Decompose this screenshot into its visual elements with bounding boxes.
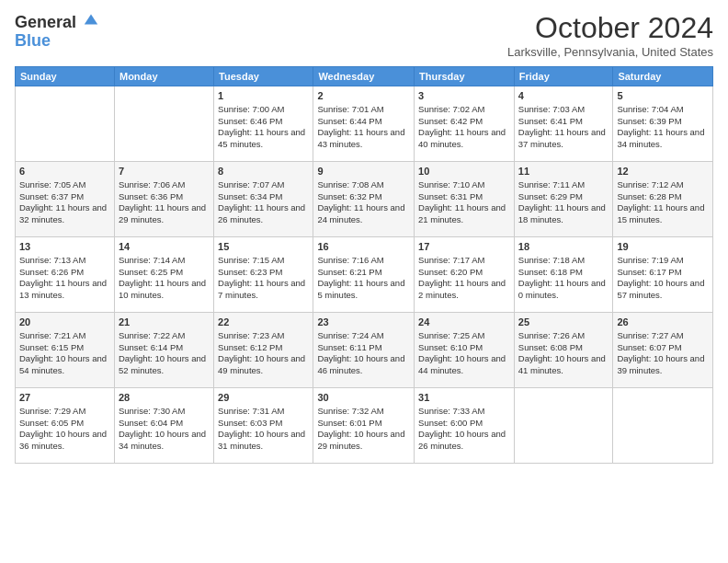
calendar-cell: [16, 86, 115, 162]
day-number: 10: [418, 165, 510, 178]
col-friday: Friday: [514, 67, 613, 86]
day-number: 17: [418, 240, 510, 254]
title-block: October 2024 Larksville, Pennsylvania, U…: [507, 11, 713, 59]
calendar-table: Sunday Monday Tuesday Wednesday Thursday…: [15, 66, 713, 464]
calendar-cell: 1Sunrise: 7:00 AM Sunset: 6:46 PM Daylig…: [214, 86, 313, 162]
calendar-cell: 14Sunrise: 7:14 AM Sunset: 6:25 PM Dayli…: [114, 237, 213, 313]
day-number: 24: [418, 316, 510, 329]
day-number: 29: [218, 391, 309, 405]
day-number: 2: [317, 89, 410, 103]
day-info: Sunrise: 7:18 AM Sunset: 6:18 PM Dayligh…: [518, 255, 609, 302]
day-number: 5: [617, 89, 709, 103]
day-number: 19: [617, 240, 709, 254]
calendar-cell: 7Sunrise: 7:06 AM Sunset: 6:36 PM Daylig…: [114, 162, 213, 237]
logo-icon: [83, 11, 99, 28]
day-info: Sunrise: 7:07 AM Sunset: 6:34 PM Dayligh…: [218, 179, 309, 226]
calendar-cell: 29Sunrise: 7:31 AM Sunset: 6:03 PM Dayli…: [214, 388, 313, 464]
day-info: Sunrise: 7:32 AM Sunset: 6:01 PM Dayligh…: [317, 406, 410, 453]
day-number: 22: [218, 316, 309, 329]
calendar-cell: [613, 388, 713, 464]
day-info: Sunrise: 7:31 AM Sunset: 6:03 PM Dayligh…: [218, 406, 309, 453]
day-number: 15: [218, 240, 309, 254]
day-info: Sunrise: 7:21 AM Sunset: 6:15 PM Dayligh…: [19, 330, 110, 377]
calendar-body: 1Sunrise: 7:00 AM Sunset: 6:46 PM Daylig…: [16, 86, 713, 464]
calendar-cell: 5Sunrise: 7:04 AM Sunset: 6:39 PM Daylig…: [613, 86, 713, 162]
day-number: 26: [617, 316, 709, 329]
day-number: 31: [418, 391, 510, 405]
day-info: Sunrise: 7:08 AM Sunset: 6:32 PM Dayligh…: [317, 179, 410, 226]
calendar-cell: 6Sunrise: 7:05 AM Sunset: 6:37 PM Daylig…: [16, 162, 115, 237]
calendar-cell: [114, 86, 213, 162]
day-info: Sunrise: 7:05 AM Sunset: 6:37 PM Dayligh…: [19, 179, 110, 226]
calendar-cell: 20Sunrise: 7:21 AM Sunset: 6:15 PM Dayli…: [16, 313, 115, 388]
day-number: 28: [119, 391, 210, 405]
day-info: Sunrise: 7:25 AM Sunset: 6:10 PM Dayligh…: [418, 330, 510, 377]
day-number: 11: [518, 165, 609, 178]
col-saturday: Saturday: [613, 67, 713, 86]
col-sunday: Sunday: [16, 67, 115, 86]
calendar-week-row: 6Sunrise: 7:05 AM Sunset: 6:37 PM Daylig…: [16, 162, 713, 237]
day-info: Sunrise: 7:30 AM Sunset: 6:04 PM Dayligh…: [119, 406, 210, 453]
day-info: Sunrise: 7:12 AM Sunset: 6:28 PM Dayligh…: [617, 179, 709, 226]
day-info: Sunrise: 7:14 AM Sunset: 6:25 PM Dayligh…: [119, 255, 210, 302]
day-info: Sunrise: 7:00 AM Sunset: 6:46 PM Dayligh…: [218, 104, 309, 151]
calendar-cell: 23Sunrise: 7:24 AM Sunset: 6:11 PM Dayli…: [313, 313, 415, 388]
day-number: 7: [119, 165, 210, 178]
day-info: Sunrise: 7:13 AM Sunset: 6:26 PM Dayligh…: [19, 255, 110, 302]
calendar-week-row: 27Sunrise: 7:29 AM Sunset: 6:05 PM Dayli…: [16, 388, 713, 464]
location: Larksville, Pennsylvania, United States: [507, 45, 713, 59]
calendar-cell: 21Sunrise: 7:22 AM Sunset: 6:14 PM Dayli…: [114, 313, 213, 388]
day-info: Sunrise: 7:33 AM Sunset: 6:00 PM Dayligh…: [418, 406, 510, 453]
day-number: 25: [518, 316, 609, 329]
calendar-cell: 22Sunrise: 7:23 AM Sunset: 6:12 PM Dayli…: [214, 313, 313, 388]
calendar-cell: 17Sunrise: 7:17 AM Sunset: 6:20 PM Dayli…: [415, 237, 515, 313]
day-number: 21: [119, 316, 210, 329]
calendar-cell: 8Sunrise: 7:07 AM Sunset: 6:34 PM Daylig…: [214, 162, 313, 237]
calendar-cell: 25Sunrise: 7:26 AM Sunset: 6:08 PM Dayli…: [514, 313, 613, 388]
day-info: Sunrise: 7:26 AM Sunset: 6:08 PM Dayligh…: [518, 330, 609, 377]
day-number: 9: [317, 165, 410, 178]
calendar-cell: 10Sunrise: 7:10 AM Sunset: 6:31 PM Dayli…: [415, 162, 515, 237]
day-info: Sunrise: 7:02 AM Sunset: 6:42 PM Dayligh…: [418, 104, 510, 151]
calendar-cell: 27Sunrise: 7:29 AM Sunset: 6:05 PM Dayli…: [16, 388, 115, 464]
calendar-cell: 11Sunrise: 7:11 AM Sunset: 6:29 PM Dayli…: [514, 162, 613, 237]
col-wednesday: Wednesday: [313, 67, 415, 86]
month-year: October 2024: [507, 11, 713, 45]
day-info: Sunrise: 7:10 AM Sunset: 6:31 PM Dayligh…: [418, 179, 510, 226]
calendar-cell: 18Sunrise: 7:18 AM Sunset: 6:18 PM Dayli…: [514, 237, 613, 313]
day-info: Sunrise: 7:19 AM Sunset: 6:17 PM Dayligh…: [617, 255, 709, 302]
calendar-cell: 16Sunrise: 7:16 AM Sunset: 6:21 PM Dayli…: [313, 237, 415, 313]
day-number: 13: [19, 240, 110, 254]
day-info: Sunrise: 7:24 AM Sunset: 6:11 PM Dayligh…: [317, 330, 410, 377]
calendar-week-row: 20Sunrise: 7:21 AM Sunset: 6:15 PM Dayli…: [16, 313, 713, 388]
day-info: Sunrise: 7:03 AM Sunset: 6:41 PM Dayligh…: [518, 104, 609, 151]
day-number: 8: [218, 165, 309, 178]
col-tuesday: Tuesday: [214, 67, 313, 86]
calendar-cell: 3Sunrise: 7:02 AM Sunset: 6:42 PM Daylig…: [415, 86, 515, 162]
day-number: 27: [19, 391, 110, 405]
day-number: 6: [19, 165, 110, 178]
calendar-cell: 9Sunrise: 7:08 AM Sunset: 6:32 PM Daylig…: [313, 162, 415, 237]
page: General Blue October 2024 Larksville, Pe…: [0, 0, 728, 563]
svg-marker-0: [85, 15, 97, 25]
day-number: 18: [518, 240, 609, 254]
day-info: Sunrise: 7:17 AM Sunset: 6:20 PM Dayligh…: [418, 255, 510, 302]
calendar-cell: 28Sunrise: 7:30 AM Sunset: 6:04 PM Dayli…: [114, 388, 213, 464]
calendar-cell: 30Sunrise: 7:32 AM Sunset: 6:01 PM Dayli…: [313, 388, 415, 464]
header: General Blue October 2024 Larksville, Pe…: [15, 11, 713, 59]
calendar-week-row: 1Sunrise: 7:00 AM Sunset: 6:46 PM Daylig…: [16, 86, 713, 162]
day-info: Sunrise: 7:29 AM Sunset: 6:05 PM Dayligh…: [19, 406, 110, 453]
day-info: Sunrise: 7:22 AM Sunset: 6:14 PM Dayligh…: [119, 330, 210, 377]
calendar-cell: 4Sunrise: 7:03 AM Sunset: 6:41 PM Daylig…: [514, 86, 613, 162]
day-number: 14: [119, 240, 210, 254]
day-info: Sunrise: 7:23 AM Sunset: 6:12 PM Dayligh…: [218, 330, 309, 377]
day-number: 1: [218, 89, 309, 103]
day-info: Sunrise: 7:11 AM Sunset: 6:29 PM Dayligh…: [518, 179, 609, 226]
calendar-cell: 24Sunrise: 7:25 AM Sunset: 6:10 PM Dayli…: [415, 313, 515, 388]
day-number: 23: [317, 316, 410, 329]
day-info: Sunrise: 7:16 AM Sunset: 6:21 PM Dayligh…: [317, 255, 410, 302]
calendar-cell: [514, 388, 613, 464]
logo: General Blue: [15, 11, 99, 51]
day-number: 4: [518, 89, 609, 103]
day-info: Sunrise: 7:15 AM Sunset: 6:23 PM Dayligh…: [218, 255, 309, 302]
